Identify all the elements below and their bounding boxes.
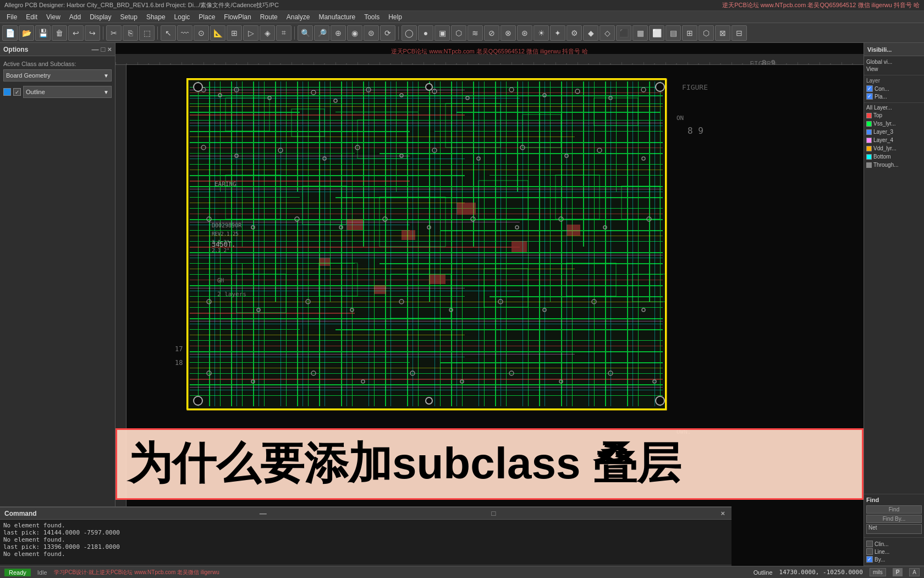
cut-button[interactable]: ✂ [106,25,122,41]
tool-24[interactable]: ◇ [600,25,615,41]
command-restore[interactable]: □ [492,509,496,517]
menu-flowplan[interactable]: FlowPlan [219,12,255,22]
tool-31[interactable]: ⊠ [715,25,730,41]
menu-help[interactable]: Help [384,12,406,22]
svg-point-240 [426,84,432,90]
copy-button[interactable]: ⎘ [123,25,138,41]
tool-14[interactable]: ▣ [435,25,450,41]
options-body: Active Class and Subclass: Board Geometr… [0,56,115,102]
status-bar: Ready Idle 学习PCB设计·就上逆天PCB论坛 www.NTpcb.c… [0,566,924,578]
status-a-button[interactable]: A [909,568,920,576]
svg-rect-71 [440,81,441,406]
menu-tools[interactable]: Tools [360,12,384,22]
layer-pla-item[interactable]: Pla... [866,92,922,100]
options-close[interactable]: × [107,45,112,53]
command-title: Command [4,510,37,517]
tool-13[interactable]: ● [418,25,433,41]
tool-6[interactable]: ▷ [243,25,258,41]
tool-27[interactable]: ⬜ [649,25,664,41]
subclass-checkbox[interactable]: ✓ [13,88,21,96]
layer-4-color [866,138,872,143]
measure-button[interactable]: 📐 [210,25,226,41]
tool-20[interactable]: ☀ [534,25,549,41]
zoom-in-button[interactable]: 🔍 [298,25,313,41]
menu-logic[interactable]: Logic [170,12,195,22]
open-button[interactable]: 📂 [19,25,34,41]
tool-11[interactable]: ⟳ [380,25,395,41]
find-net-input[interactable]: Net [866,524,922,534]
menu-place[interactable]: Place [194,12,219,22]
paste-button[interactable]: ⬚ [139,25,155,41]
svg-text:EARING: EARING [215,181,237,188]
by-checkbox[interactable] [866,556,873,563]
by-item[interactable]: By... [866,555,922,563]
tool-19[interactable]: ⊛ [517,25,532,41]
tool-9[interactable]: ◉ [347,25,362,41]
layer-pla-checkbox[interactable] [866,93,873,100]
tool-22[interactable]: ⚙ [566,25,582,41]
route-button[interactable]: 〰 [177,25,193,41]
menu-add[interactable]: Add [65,12,85,22]
new-button[interactable]: 📄 [2,25,18,41]
line-item[interactable]: Line... [866,548,922,555]
tool-25[interactable]: ⬛ [616,25,631,41]
tool-7[interactable]: ◈ [260,25,275,41]
options-float[interactable]: □ [101,45,106,53]
status-mils-button[interactable]: mils [870,568,886,576]
menu-manufacture[interactable]: Manufacture [314,12,360,22]
clin-checkbox[interactable] [866,541,873,547]
tool-17[interactable]: ⊘ [484,25,499,41]
tool-32[interactable]: ⊟ [732,25,747,41]
find-button[interactable]: Find [866,505,922,514]
svg-rect-72 [451,81,452,406]
options-minimize[interactable]: — [92,45,99,53]
tool-16[interactable]: ≋ [468,25,483,41]
undo-button[interactable]: ↩ [68,25,84,41]
menu-file[interactable]: File [2,12,21,22]
clin-item[interactable]: Clin... [866,540,922,548]
tool-28[interactable]: ▤ [666,25,681,41]
find-by-button[interactable]: Find By... [866,515,922,523]
line-checkbox[interactable] [866,548,873,555]
menu-display[interactable]: Display [85,12,116,22]
menu-route[interactable]: Route [256,12,282,22]
tool-18[interactable]: ⊗ [501,25,516,41]
svg-rect-45 [190,395,663,396]
class-dropdown[interactable]: Board Geometry ▼ [3,69,112,81]
tool-10[interactable]: ⊜ [364,25,379,41]
menu-shape[interactable]: Shape [142,12,170,22]
via-button[interactable]: ⊙ [194,25,209,41]
layer-top: Top [866,111,922,119]
command-close[interactable]: × [721,509,725,517]
zoom-out-button[interactable]: 🔎 [314,25,329,41]
status-p-button[interactable]: P [893,568,903,576]
zoom-fit-button[interactable]: ⊕ [331,25,346,41]
menu-setup[interactable]: Setup [116,12,142,22]
menu-edit[interactable]: Edit [21,12,42,22]
tool-23[interactable]: ◆ [583,25,598,41]
status-watermark-text: 学习PCB设计·就上逆天PCB论坛 www.NTpcb.com 老吴微信 ili… [54,569,219,575]
tool-21[interactable]: ✦ [550,25,565,41]
tool-12[interactable]: ◯ [402,25,417,41]
menu-analyze[interactable]: Analyze [282,12,315,22]
tool-5[interactable]: ⊞ [227,25,242,41]
svg-rect-7 [190,103,663,104]
menu-view[interactable]: View [42,12,65,22]
tool-26[interactable]: ▦ [632,25,648,41]
svg-rect-111 [190,126,663,126]
tool-8[interactable]: ⌗ [276,25,292,41]
tool-29[interactable]: ⊞ [682,25,697,41]
pcb-canvas-area[interactable]: 逆天PCB论坛 www.NTpcb.com 老吴QQ65964512 微信 il… [116,43,864,566]
subclass-dropdown[interactable]: Outline ▼ [23,86,112,98]
command-minimize[interactable]: — [260,509,267,517]
save-button[interactable]: 💾 [35,25,51,41]
tool-15[interactable]: ⬡ [451,25,466,41]
redo-button[interactable]: ↪ [85,25,100,41]
tool-30[interactable]: ⬡ [698,25,714,41]
select-button[interactable]: ↖ [161,25,176,41]
delete-button[interactable]: 🗑 [52,25,67,41]
layer-con-checkbox[interactable] [866,85,873,92]
subclass-row: ✓ Outline ▼ [3,86,112,98]
layer-con-item[interactable]: Con... [866,85,922,92]
layer-vss-label: Vss_lyr... [873,121,896,127]
